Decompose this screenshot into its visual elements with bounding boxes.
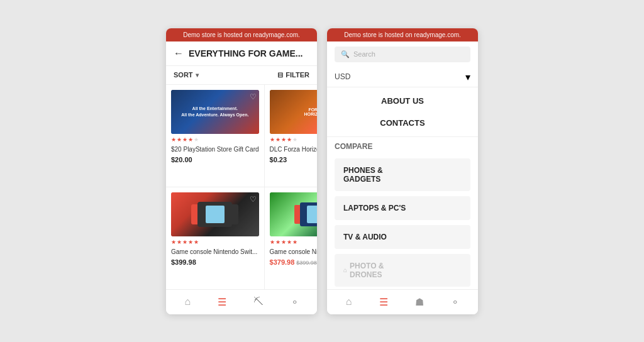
category-laptops-pcs[interactable]: LAPTOPS & PC'S [335, 196, 470, 220]
zelda-image [270, 192, 317, 236]
about-us-link[interactable]: ABOUT US [327, 90, 478, 112]
product-image: All the Entertainment.All the Adventure.… [171, 90, 259, 134]
filter-icon: ⊟ [277, 71, 283, 79]
filter-button[interactable]: ⊟ FILTER [277, 71, 309, 79]
product-stars: ★★★★★ [270, 136, 317, 143]
sort-button[interactable]: SORT ▾ [174, 71, 199, 79]
nav-account-icon[interactable]: ⚬ [291, 296, 299, 308]
nav-account-icon-right[interactable]: ⚬ [451, 296, 459, 308]
product-card[interactable]: ♡ ★★★★★ Game console Nintendo Swit... $3… [265, 187, 317, 289]
bottom-nav-left: ⌂ ☰ ⛏ ⚬ [166, 289, 317, 314]
currency-chevron-icon: ▾ [465, 71, 470, 83]
product-stars: ★★★★★ [171, 239, 259, 245]
search-placeholder: Search [353, 50, 375, 58]
product-price: $20.00 [171, 156, 259, 163]
bottom-nav-right: ⌂ ☰ ☗ ⚬ [327, 289, 478, 314]
product-card[interactable]: All the Entertainment.All the Adventure.… [166, 85, 264, 187]
product-stars: ★★★★★ [171, 136, 259, 143]
product-image: ♡ [270, 192, 317, 236]
wishlist-icon[interactable]: ♡ [250, 92, 257, 101]
product-name: Game console Nintendo Swit... [171, 248, 259, 256]
nav-cart-icon-right[interactable]: ☗ [415, 296, 424, 308]
category-tv-audio[interactable]: TV & AUDIO [335, 225, 470, 249]
product-price-sale: $379.98 [270, 258, 295, 266]
back-button[interactable]: ← [174, 48, 184, 59]
category-phones-gadgets[interactable]: PHONES &GADGETS [335, 158, 470, 191]
home-icon-small: ⌂ [343, 267, 347, 273]
nav-links: ABOUT US CONTACTS [327, 87, 478, 137]
product-price-original: $399.98 [296, 260, 317, 266]
search-icon: 🔍 [341, 50, 350, 58]
product-price: $0.23 [270, 156, 317, 163]
currency-label: USD [335, 72, 350, 81]
page-title: EVERYTHING FOR GAME... [189, 48, 303, 58]
compare-label: COMPARE [327, 137, 478, 156]
forza-image: FORZAHORIZON 4 [270, 90, 317, 134]
product-image: FORZAHORIZON 4 ♡ [270, 90, 317, 134]
demo-banner-right: Demo store is hosted on readymage.com. [327, 28, 478, 41]
nav-cart-icon[interactable]: ⛏ [253, 296, 264, 307]
right-phone: Demo store is hosted on readymage.com. 🔍… [327, 28, 478, 314]
nav-home-icon-right[interactable]: ⌂ [346, 296, 352, 307]
product-card[interactable]: FORZAHORIZON 4 ♡ ★★★★★ DLC Forza Horizon… [265, 85, 317, 187]
product-stars: ★★★★★ [270, 239, 317, 245]
screen-container: Demo store is hosted on readymage.com. ←… [151, 13, 493, 329]
ps-store-image: All the Entertainment.All the Adventure.… [171, 90, 259, 134]
switch-image [171, 192, 259, 236]
left-phone: Demo store is hosted on readymage.com. ←… [166, 28, 317, 314]
sort-chevron-icon: ▾ [196, 72, 199, 79]
left-header: ← EVERYTHING FOR GAME... [166, 41, 317, 66]
product-price: $399.98 [171, 258, 259, 266]
nav-menu-icon-right[interactable]: ☰ [379, 296, 388, 308]
currency-selector[interactable]: USD ▾ [327, 67, 478, 87]
nav-home-icon[interactable]: ⌂ [184, 296, 191, 307]
product-card[interactable]: ♡ ★★★★★ Game console Nintendo Swit... $3… [166, 187, 264, 289]
demo-banner-left: Demo store is hosted on readymage.com. [166, 28, 317, 41]
wishlist-icon[interactable]: ♡ [250, 195, 257, 204]
product-name: $20 PlayStation Store Gift Card [171, 145, 259, 153]
product-name: DLC Forza Horizon 4 - Porsche... [270, 145, 317, 153]
nav-menu-icon[interactable]: ☰ [218, 296, 226, 308]
price-container: $379.98 $399.98 [270, 258, 317, 266]
category-photo-drones[interactable]: ⌂ PHOTO &DRONES [335, 254, 470, 287]
search-bar[interactable]: 🔍 Search [335, 47, 470, 62]
product-image: ♡ [171, 192, 259, 236]
product-name: Game console Nintendo Swit... [270, 248, 317, 256]
products-grid: All the Entertainment.All the Adventure.… [166, 85, 317, 289]
sort-filter-bar: SORT ▾ ⊟ FILTER [166, 66, 317, 85]
contacts-link[interactable]: CONTACTS [327, 112, 478, 134]
